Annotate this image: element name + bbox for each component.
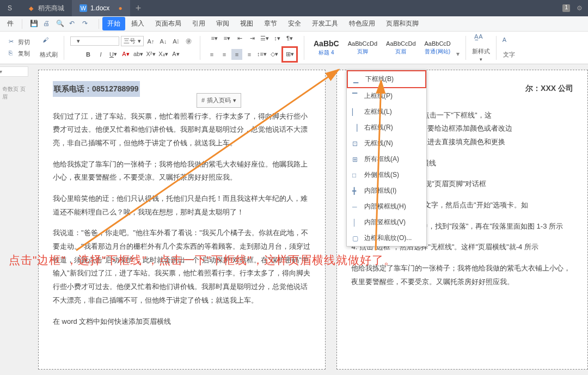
page-left[interactable]: 联系电话：08512788999 # 插入页码▾ 我们过了江，进了车站。我买票，… (38, 70, 326, 370)
style-h4[interactable]: AaBbC标题 4 (310, 38, 342, 58)
menu-file[interactable]: 件 (2, 17, 19, 30)
new-tab-button[interactable]: + (130, 3, 147, 14)
border-left-item[interactable]: ▏左框线(L) (347, 104, 426, 120)
border-all-item[interactable]: ⊞所有框线(A) (347, 151, 426, 167)
print-icon[interactable]: 🖨 (43, 20, 52, 28)
menu-start[interactable]: 开始 (102, 17, 125, 30)
border-right-item[interactable]: ▕右框线(R) (347, 120, 426, 136)
separator (496, 36, 497, 60)
font-select[interactable]: ▾ (70, 36, 119, 46)
format-painter-button[interactable]: 🖌 格式刷 (36, 34, 61, 61)
menu-insert[interactable]: 插入 (126, 17, 149, 30)
border-dropdown-menu: ▁下框线(B) ▔上框线(P) ▏左框线(L) ▕右框线(R) ⊡无框线(N) … (346, 70, 427, 247)
border-top-item[interactable]: ▔上框线(P) (347, 88, 426, 104)
font-size-select[interactable]: 三号▾ (121, 36, 144, 46)
menu-devtools[interactable]: 开发工具 (307, 17, 343, 30)
left-toolbox[interactable]: ▤▾ (0, 66, 28, 77)
align-center-button[interactable]: ≡ (219, 49, 230, 60)
brush-icon: 🖌 (42, 36, 56, 50)
indent-dec-button[interactable]: ⇤ (234, 33, 245, 44)
body-para: 我们过了江，进了车站。我买票，他忙着照看行李。行李太多了，得向脚夫行些小费才可过… (53, 110, 311, 150)
underline-button[interactable]: U▾ (108, 49, 119, 60)
border-none-icon: ⊡ (352, 140, 360, 147)
undo-icon[interactable]: ↶ (69, 20, 78, 28)
body-para: 在 word 文档中如何快速添加页眉横线 (53, 315, 311, 329)
highlight-button[interactable]: ab▾ (133, 49, 144, 60)
border-and-shading-item[interactable]: ▢边框和底纹(O)... (347, 230, 426, 246)
menu-review[interactable]: 审阅 (211, 17, 234, 30)
style-header[interactable]: AaBbCcDd页眉 (383, 39, 419, 57)
style-normal[interactable]: AaBbCcD普通(网站) (421, 39, 454, 57)
show-marks-button[interactable]: ¶▾ (284, 33, 295, 44)
menu-view[interactable]: 视图 (235, 17, 258, 30)
border-left-icon: ▏ (352, 108, 360, 116)
border-inside-item[interactable]: ╋内部框线(I) (347, 183, 426, 199)
preview-icon[interactable]: 🔍 (56, 20, 65, 28)
align-left-button[interactable]: ≡ (206, 49, 217, 60)
shop-icon: ◆ (27, 4, 35, 12)
border-inside-v-item[interactable]: │内部竖框线(V) (347, 214, 426, 230)
cut-button[interactable]: ✂剪切 (7, 37, 32, 47)
separator (200, 36, 200, 60)
titlebar-badge[interactable]: 1 (562, 4, 570, 12)
separator (22, 19, 22, 29)
sort-button[interactable]: ☰▾ (259, 33, 270, 44)
indent-inc-button[interactable]: ⇥ (247, 33, 258, 44)
border-outside-item[interactable]: □外侧框线(S) (347, 167, 426, 183)
strike-button[interactable]: X²▾ (145, 49, 156, 60)
menu-ref[interactable]: 引用 (187, 17, 210, 30)
font-color-button[interactable]: A▾ (120, 49, 131, 60)
tab-logo[interactable]: S (0, 0, 20, 16)
scissors-icon: ✂ (9, 38, 16, 46)
menu-layout[interactable]: 页面布局 (150, 17, 186, 30)
tab-doc[interactable]: W 1.docx ● (72, 0, 130, 16)
titlebar-settings-icon[interactable]: ⚙ (577, 4, 583, 12)
tab-shop[interactable]: ◆ 稻壳商城 (20, 0, 72, 16)
menu-special[interactable]: 特色应用 (344, 17, 380, 30)
menu-section[interactable]: 章节 (259, 17, 282, 30)
border-top-icon: ▔ (352, 93, 360, 100)
copy-icon: ⎘ (9, 50, 16, 57)
ribbon: ✂剪切 ⎘复制 🖌 格式刷 ▾ 三号▾ A↑ A↓ Aͯ ㊝ B I U▾ A▾… (0, 32, 588, 64)
header-text[interactable]: 联系电话：08512788999 (53, 81, 140, 97)
shrink-font-button[interactable]: A↓ (158, 36, 169, 47)
border-bottom-icon: ▁ (353, 76, 361, 83)
grow-font-button[interactable]: A↑ (145, 36, 156, 47)
clear-format-button[interactable]: Aͯ (170, 36, 181, 47)
border-none-item[interactable]: ⊡无框线(N) (347, 136, 426, 151)
align-right-button[interactable]: ≡ (231, 49, 242, 60)
separator (64, 36, 64, 60)
docx-icon: W (79, 4, 87, 12)
text-tool-button[interactable]: A 文字 (499, 34, 519, 61)
border-button[interactable]: ⊞▾ (284, 49, 295, 60)
styles-more-button[interactable]: ▾ (456, 50, 460, 58)
border-bottom-item[interactable]: ▁下框线(B) (347, 70, 426, 88)
italic-button[interactable]: I (95, 49, 106, 60)
style-footer[interactable]: AaBbCcDd页脚 (345, 39, 381, 57)
copy-button[interactable]: ⎘复制 (7, 48, 32, 59)
body-para: 我心里暗笑他的迂；他们只认得钱，托他们只是白托！而且我这样大年纪的人，难道还不能… (53, 192, 311, 219)
header-text: 尔：XXX 公司 (525, 81, 573, 96)
border-shading-icon: ▢ (352, 235, 360, 242)
align-justify-button[interactable]: ≡ (244, 49, 255, 60)
shading-button[interactable]: ◇▾ (269, 49, 280, 60)
border-inside-h-item[interactable]: ─内部横框线(H) (347, 199, 426, 214)
menu-headerfooter[interactable]: 页眉和页脚 (381, 17, 424, 30)
char-shading-button[interactable]: ㊝ (183, 36, 194, 47)
insert-page-number-button[interactable]: # 插入页码▾ (197, 93, 241, 108)
line-spacing-button[interactable]: ↕≡▾ (256, 49, 267, 60)
char-fx-button[interactable]: A▾ (170, 49, 181, 60)
save-icon[interactable]: 💾 (30, 20, 39, 28)
distribute-button[interactable]: ↕▾ (272, 33, 283, 44)
new-style-button[interactable]: A̲A 新样式▾ (469, 32, 493, 64)
tab-doc-label: 1.docx (90, 4, 109, 12)
numbering-button[interactable]: ≡▾ (222, 33, 232, 44)
redo-icon[interactable]: ↷ (82, 20, 91, 28)
annotation-text: 点击"边框"，选择"下框线"，点击一下"下框线"，这样页眉横线就做好了。 (9, 253, 396, 268)
sub-button[interactable]: X₂▾ (158, 49, 169, 60)
border-inside-h-icon: ─ (352, 203, 360, 211)
bullets-button[interactable]: ≡▾ (209, 33, 220, 44)
bold-button[interactable]: B (83, 49, 94, 60)
menu-security[interactable]: 安全 (283, 17, 306, 30)
border-inside-v-icon: │ (352, 219, 360, 226)
